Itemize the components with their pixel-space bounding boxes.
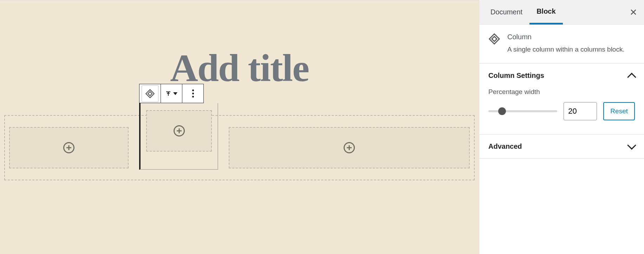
vertical-align-button[interactable] xyxy=(163,85,180,102)
column-appender-3[interactable] xyxy=(229,127,470,168)
panel-advanced: Advanced xyxy=(479,135,644,159)
tab-document[interactable]: Document xyxy=(483,0,529,24)
plus-icon xyxy=(174,125,185,136)
panel-advanced-toggle[interactable]: Advanced xyxy=(479,135,644,158)
more-icon xyxy=(192,89,194,91)
reset-button[interactable]: Reset xyxy=(603,102,635,120)
block-type-button[interactable] xyxy=(142,85,158,102)
percentage-width-slider[interactable] xyxy=(488,110,557,112)
plus-icon xyxy=(63,142,74,153)
column-appender-1[interactable] xyxy=(9,127,129,168)
editor-canvas: Add title xyxy=(0,0,479,254)
close-sidebar-button[interactable]: ✕ xyxy=(627,6,640,19)
panel-column-settings-toggle[interactable]: Column Settings xyxy=(479,64,644,88)
chevron-down-icon xyxy=(627,141,636,149)
block-desc: A single column within a columns block. xyxy=(507,45,625,55)
column-block-3[interactable] xyxy=(229,120,470,175)
chevron-down-icon xyxy=(173,92,177,95)
column-block-2-selected[interactable] xyxy=(139,120,218,175)
panel-column-settings: Column Settings Percentage width Reset xyxy=(479,64,644,135)
align-top-icon xyxy=(165,89,171,99)
panel-title: Column Settings xyxy=(488,72,544,80)
block-description: Column A single column within a columns … xyxy=(479,25,644,64)
column-icon xyxy=(488,33,500,55)
tab-block[interactable]: Block xyxy=(529,0,562,25)
block-name: Column xyxy=(507,33,625,41)
more-options-button[interactable] xyxy=(184,85,201,102)
columns-block[interactable] xyxy=(4,115,475,180)
post-title-input[interactable]: Add title xyxy=(0,46,479,91)
column-appender-2[interactable] xyxy=(146,110,212,152)
percentage-width-label: Percentage width xyxy=(488,88,635,96)
close-icon: ✕ xyxy=(630,8,637,17)
block-toolbar xyxy=(139,84,204,103)
sidebar-tabs: Document Block ✕ xyxy=(479,0,644,25)
plus-icon xyxy=(344,142,355,153)
slider-thumb[interactable] xyxy=(498,107,506,115)
column-block-1[interactable] xyxy=(9,120,129,175)
settings-sidebar: Document Block ✕ Column A single column … xyxy=(479,0,644,254)
chevron-up-icon xyxy=(627,73,636,81)
percentage-width-input[interactable] xyxy=(564,102,597,120)
panel-title: Advanced xyxy=(488,142,522,151)
column-icon xyxy=(145,89,155,99)
